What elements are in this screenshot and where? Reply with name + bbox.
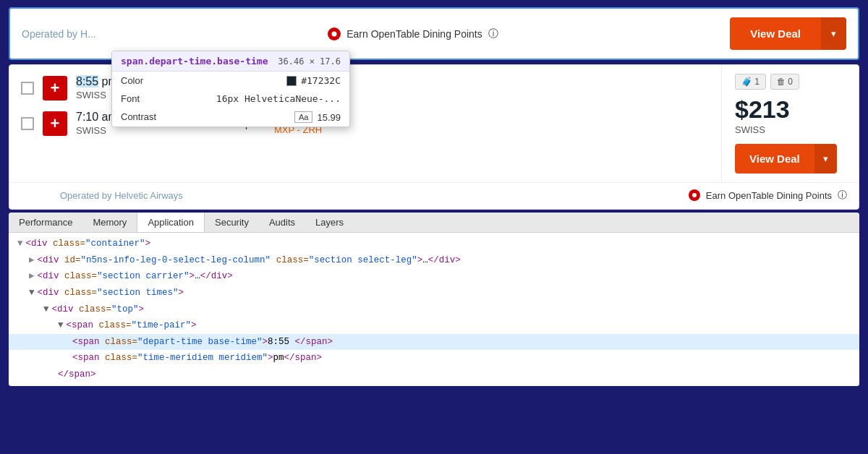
- tooltip-color-row: Color #17232C: [112, 72, 349, 90]
- code-line-1: ▼<div class="container">: [9, 236, 859, 252]
- checkbox-2[interactable]: [21, 117, 34, 130]
- operated-by-main: Operated by Helvetic Airways: [60, 190, 183, 201]
- tooltip-font-label: Font: [121, 93, 140, 104]
- tab-security[interactable]: Security: [205, 213, 259, 232]
- devtools-content: ▼<div class="container"> ▶<div id="n5ns-…: [9, 233, 859, 386]
- code-line-8: <span class="time-meridiem meridiem">pm<…: [9, 350, 859, 367]
- earn-opentable-main: Earn OpenTable Dining Points ⓘ: [689, 189, 847, 202]
- earn-text-main: Earn OpenTable Dining Points: [706, 190, 832, 201]
- opentable-icon-top: [328, 27, 341, 40]
- page-wrapper: Operated by H... Earn OpenTable Dining P…: [0, 0, 868, 454]
- tooltip-color-value: #17232C: [286, 75, 341, 86]
- tab-layers[interactable]: Layers: [305, 213, 354, 232]
- earn-text-top: Earn OpenTable Dining Points: [346, 28, 482, 40]
- view-deal-group-main: View Deal ▾: [735, 144, 837, 174]
- devtools-panel: Performance Memory Application Security …: [9, 213, 859, 386]
- tab-audits[interactable]: Audits: [259, 213, 305, 232]
- tooltip-color-label: Color: [121, 75, 143, 86]
- code-line-2: ▶<div id="n5ns-info-leg-0-select-leg-col…: [9, 252, 859, 269]
- code-line-9: </span>: [9, 367, 859, 383]
- aa-badge: Aa: [294, 111, 312, 123]
- view-deal-chevron-top[interactable]: ▾: [821, 17, 846, 50]
- price-airline: SWISS: [735, 124, 765, 135]
- tab-performance[interactable]: Performance: [9, 213, 82, 232]
- tooltip-element-name: span.depart-time.base-time: [121, 56, 268, 67]
- info-icon-main: ⓘ: [838, 189, 847, 202]
- tooltip-header: span.depart-time.base-time 36.46 × 17.6: [112, 51, 349, 72]
- tooltip-contrast-row: Contrast Aa 15.99: [112, 108, 349, 127]
- flight-card-right: 🧳 1 🗑 0 $213 SWISS View Deal ▾: [721, 65, 859, 182]
- view-deal-group-top: View Deal ▾: [730, 17, 846, 50]
- flight-card-footer: Operated by Helvetic Airways Earn OpenTa…: [9, 182, 859, 209]
- luggage-checked: 🗑 0: [770, 74, 799, 90]
- tab-application[interactable]: Application: [137, 213, 205, 232]
- tooltip-font-value: 16px HelveticaNeue-...: [216, 93, 341, 104]
- tooltip-contrast-label: Contrast: [121, 111, 156, 123]
- swiss-logo-1: +: [43, 76, 67, 100]
- devtools-tabs: Performance Memory Application Security …: [9, 213, 859, 233]
- price: $213: [735, 97, 790, 121]
- tooltip-dimensions: 36.46 × 17.6: [278, 56, 341, 67]
- tooltip-font-row: Font 16px HelveticaNeue-...: [112, 90, 349, 108]
- operated-by-top: Operated by H...: [22, 28, 96, 40]
- view-deal-button-main[interactable]: View Deal: [735, 144, 814, 174]
- flight-card-top: Operated by H... Earn OpenTable Dining P…: [9, 7, 859, 60]
- code-line-4: ▼<div class="section times">: [9, 285, 859, 301]
- tooltip-popup: span.depart-time.base-time 36.46 × 17.6 …: [111, 51, 350, 127]
- leg1-depart-highlight: 8:55: [76, 75, 98, 87]
- code-line-6: ▼<span class="time-pair">: [9, 317, 859, 334]
- opentable-icon-main: [689, 189, 700, 201]
- checkbox-1[interactable]: [21, 82, 34, 95]
- info-icon-top: ⓘ: [488, 27, 498, 40]
- color-swatch: [286, 76, 297, 86]
- luggage-icons: 🧳 1 🗑 0: [735, 74, 799, 90]
- code-line-3: ▶<div class="section carrier">…</div>: [9, 268, 859, 285]
- tooltip-contrast-value: Aa 15.99: [294, 111, 341, 123]
- luggage-carry-on: 🧳 1: [735, 74, 766, 90]
- code-line-5: ▼<div class="top">: [9, 301, 859, 318]
- swiss-logo-2: +: [43, 111, 67, 136]
- earn-opentable-top: Earn OpenTable Dining Points ⓘ: [328, 27, 498, 40]
- view-deal-button-top[interactable]: View Deal: [730, 17, 821, 50]
- tab-memory[interactable]: Memory: [82, 213, 137, 232]
- view-deal-chevron-main[interactable]: ▾: [814, 144, 837, 174]
- code-line-7-highlighted[interactable]: <span class="depart-time base-time">8:55…: [9, 334, 859, 351]
